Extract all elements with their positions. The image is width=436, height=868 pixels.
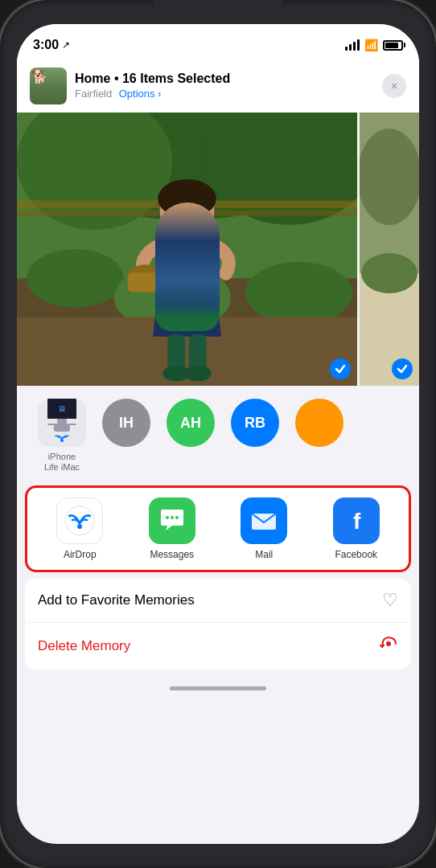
svg-point-13 [174,250,182,258]
svg-point-28 [65,506,94,535]
action-item-delete[interactable]: Delete Memory [25,623,411,669]
action-item-delete-label: Delete Memory [38,638,130,654]
svg-point-22 [184,366,212,381]
signal-bars-icon [345,39,360,51]
phone-frame: 3:00 ↗ 📶 [0,0,436,868]
svg-point-35 [386,641,391,646]
svg-point-12 [158,179,216,218]
home-bar [170,686,266,690]
album-title: Home • 16 Items Selected [75,72,230,86]
phone-screen: 3:00 ↗ 📶 [17,24,419,844]
share-app-label-messages: Messages [150,549,194,560]
svg-point-9 [245,262,352,324]
home-indicator [17,676,419,700]
imac-icon: 🖥 [38,399,86,447]
main-photo-image [17,113,357,386]
share-apps-section: AirDrop Messages [25,485,411,572]
messages-app-icon [149,497,195,544]
photo-check-side [392,358,413,379]
options-link[interactable]: Options › [119,88,162,100]
phone-notch [154,0,282,24]
svg-rect-4 [17,201,357,209]
avatar-extra [295,399,343,447]
svg-point-24 [360,129,419,225]
svg-point-16 [197,246,203,252]
album-thumbnail [30,68,67,104]
heart-icon: ♡ [382,590,398,611]
avatar-ah: AH [167,399,215,447]
svg-point-15 [179,274,187,282]
device-item-rb[interactable]: RB [223,399,287,473]
imac-screen-icon: 🖥 [47,399,76,419]
photo-grid [17,113,419,386]
share-apps-row: AirDrop Messages [34,497,402,560]
action-item-favorite-label: Add to Favorite Memories [38,592,195,608]
side-photo-image [360,113,419,386]
svg-rect-5 [17,211,357,216]
main-photo[interactable] [17,113,357,386]
share-app-label-airdrop: AirDrop [64,549,97,560]
svg-point-32 [175,516,179,519]
svg-point-14 [190,260,198,268]
device-label-imac: iPhoneLife iMac [44,452,80,473]
status-time: 3:00 [33,38,59,52]
share-app-mail[interactable]: Mail [232,497,296,560]
delete-memory-icon [379,634,398,658]
close-button[interactable]: × [382,74,406,98]
svg-text:f: f [353,509,361,534]
battery-icon [383,40,403,51]
share-app-label-facebook: Facebook [335,549,377,560]
share-app-messages[interactable]: Messages [140,497,204,560]
album-location: Fairfield [75,88,112,100]
device-item-imac[interactable]: 🖥 [30,399,94,473]
device-item-ah[interactable]: AH [158,399,223,473]
share-app-facebook[interactable]: f Facebook [324,497,389,560]
wifi-icon: 📶 [364,39,378,51]
device-item-extra[interactable] [287,399,352,473]
avatar-ih: IH [102,399,150,447]
airdrop-wave-icon [52,433,72,447]
airdrop-app-icon [56,497,103,544]
svg-rect-18 [128,272,163,292]
action-list: Add to Favorite Memories ♡ Delete Memory [25,579,411,669]
svg-point-29 [77,524,82,529]
svg-point-26 [361,253,417,293]
status-icons: 📶 [345,39,403,51]
facebook-app-icon: f [333,497,380,544]
device-item-ih[interactable]: IH [94,399,158,473]
svg-point-30 [166,516,169,519]
share-app-airdrop[interactable]: AirDrop [47,497,112,560]
share-sheet: 🖥 [17,386,419,669]
album-info: Home • 16 Items Selected Fairfield Optio… [75,72,230,100]
svg-point-27 [60,439,64,442]
photo-header: Home • 16 Items Selected Fairfield Optio… [17,59,419,113]
side-photo[interactable] [360,113,419,386]
photo-header-left: Home • 16 Items Selected Fairfield Optio… [30,68,230,104]
status-bar: 3:00 ↗ 📶 [17,24,419,59]
svg-point-31 [171,516,174,519]
action-item-favorite[interactable]: Add to Favorite Memories ♡ [25,579,411,623]
share-app-label-mail: Mail [255,549,273,560]
avatar-rb: RB [231,399,279,447]
photo-check-main [330,358,351,379]
location-icon: ↗ [62,39,70,51]
svg-point-7 [27,249,124,308]
mail-app-icon [241,497,287,544]
device-row: 🖥 [17,386,419,479]
